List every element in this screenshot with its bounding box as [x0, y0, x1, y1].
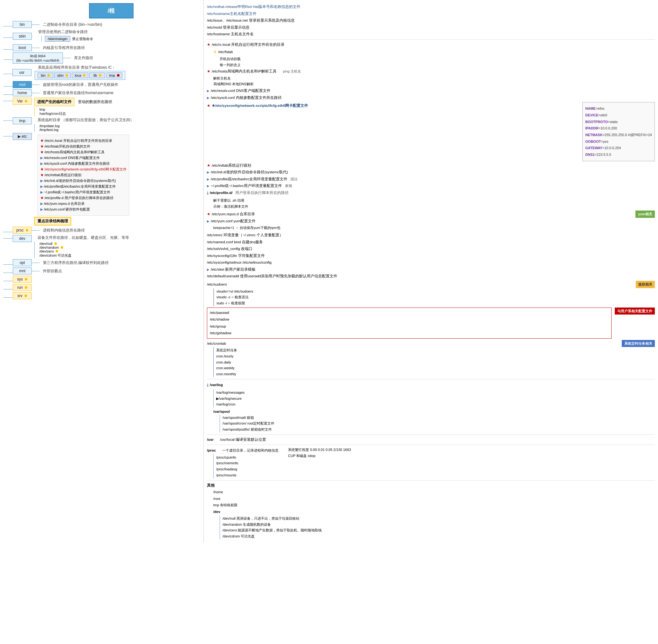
etc-network-scripts: ★ /etc/sysconfig/network-scripts/ifcfg-e…: [40, 167, 126, 172]
tmp-node: tmp: [13, 117, 32, 124]
top-items: /etc/redhat-release申明Red Hat版本号和名称信息的文件 …: [207, 4, 655, 38]
initd-arrow: [207, 169, 210, 176]
i18n-path: /etc/sysconfig/i18n 字符集配置文件: [207, 253, 265, 259]
usr-node: usr: [13, 69, 31, 76]
other-tmp-text: tmp 有特殊权限: [213, 502, 237, 508]
hostname-row1: /etc/hostname主机名配置文件: [207, 11, 655, 17]
yum-conf-row: /etc/yum.conf yum配置文件: [207, 218, 632, 225]
named-conf-path: /etc/named.conf bind 自建dns服务: [207, 239, 263, 246]
resolv-path: /etc/resolv.conf DNS客户端配置文件: [211, 88, 271, 94]
fstab-meaning: 每一列的含义: [220, 62, 241, 68]
proc-loadavg: /proc/loadavg: [216, 466, 279, 472]
usr-tmp: tmp: [107, 72, 122, 78]
profile-global-row: /etc/profile或/etc/bashrc全局环境变量配置文件 国法: [207, 176, 655, 183]
skel-path: /etc/skel 新用户家目录模板: [211, 267, 256, 273]
sudoers-sudo-i: sudo -i ○ 检查权限: [216, 300, 633, 306]
yum-conf-arrow: [207, 218, 210, 225]
cfg-name: NAME=etho: [585, 106, 652, 112]
hosts-sub: 解析主机名 局域网DNS 本地DNS解析: [213, 75, 655, 87]
hosts-resolve: 解析主机名: [213, 75, 655, 82]
skel-row: /etc/skel 新用户家目录模板: [207, 267, 655, 273]
cfg-device: DEVICE=eth0: [585, 112, 652, 118]
etc-profile-global-text: /etc/profile或/etc/bashrc全局环境变量配置文件: [44, 184, 116, 189]
other-root-path: /root: [213, 496, 220, 502]
profile-d-path: /etc/profile.d/: [210, 190, 233, 196]
etc-row: ▶ etc ★ /etc/rc.local 开机自运行程序文件所在的目录 ★ /…: [3, 133, 200, 226]
crontab-monthly: cron.monthly: [216, 371, 618, 377]
opt-node: opt: [13, 259, 32, 266]
usr-row: usr 系统及应用程序所在目录 类似于windows /C： bin sbin …: [3, 65, 200, 80]
bin-label: 二进制命令所在目录 (bin-->usr/bin): [43, 22, 102, 27]
passwd-row: /etc/passwd: [210, 310, 609, 316]
run-node: run: [13, 284, 32, 291]
proc-label-text: /proc: [207, 447, 216, 454]
tiquan-label: 提权相关: [636, 281, 655, 288]
etc-rc-local: ★ /etc/rc.local 开机自运行程序文件所在的目录: [40, 138, 126, 143]
proc-desc: 一个虚目目录... 记录进程和内核信息: [222, 447, 279, 454]
sbin-node: sbin: [13, 33, 32, 40]
usr-loca: loca: [72, 72, 88, 78]
dingshi-badge: 系统定时任务相关: [622, 340, 655, 347]
profile-d-desc1: 用户登录后执行脚本所在的路径: [235, 190, 289, 196]
etc-profile-d-text: /etc/profile.d 用户登录后执行脚本所在的路径: [45, 196, 114, 200]
right-main: /etc/redhat-release申明Red Hat版本号和名称信息的文件 …: [207, 3, 655, 539]
inittab-row: /etc/inittab系统运行级别: [207, 162, 655, 169]
srv-node: srv: [13, 292, 32, 299]
issue-path: /etc/issue、/etc/issue.net 登录前显示系统及内核信息: [207, 18, 295, 24]
selinux-row: /etc/sysconfig/selinux /etc/selinux/conf…: [207, 259, 655, 266]
proc-label-row: /proc 一个虚目目录... 记录进程和内核信息: [207, 447, 279, 454]
dev-cdrom-desc: /dev/cdrom 可访光盘: [222, 533, 655, 539]
sudoers-section: /etc/sudoers visudo==vi /etc/sudoers vis…: [207, 281, 655, 306]
root-user-row: root 超级管理员root的家目录，普通用户无权操作: [3, 81, 200, 88]
cfg-dns1: DNS1=223.5.5.5: [585, 152, 652, 158]
etc-fstab: ★ /etc/fstab开机自动挂载的文件: [40, 144, 126, 149]
var-spool-section: /var/spool /var/spool/mail/ 邮箱 /var/spoo…: [213, 409, 274, 433]
srv-row: srv: [3, 292, 200, 299]
crontab-row: /etc/crontab: [207, 341, 618, 347]
etc-yum-repos: ▶ /etc/yum.repos.d 合库目录: [40, 201, 126, 206]
fstab-path: /etc/fstab: [218, 49, 233, 55]
var-section: /var/log /var/log/messages ▶/var/log/sec…: [207, 381, 655, 433]
etc-yum-repos-text: /etc/yum.repos.d 合库目录: [44, 201, 85, 206]
var-spool-sub: /var/spool/mail/ 邮箱 /var/spool/cron/ roo…: [220, 415, 274, 433]
etc-hosts: ★ /etc/hosts局域网内主机名和IP解析工具: [40, 150, 126, 155]
profile-global-path: /etc/profile或/etc/bashrc全局环境变量配置文件: [211, 176, 287, 183]
bin-node: bin: [13, 21, 32, 28]
dev-random: /dev/random: [40, 246, 129, 249]
usr-label: 系统及应用程序所在目录 类似于windows /C：: [38, 65, 116, 70]
etc-summary-badge: 重点目录结构梳理: [34, 217, 71, 226]
inittab-path: /etc/inittab系统运行级别: [212, 162, 251, 169]
proc-label: 进程和内核信息所在路径: [43, 228, 85, 233]
dev-cdrom: /dev/cdrom 可访光盘: [40, 253, 129, 258]
root-user-node: root: [13, 81, 32, 88]
profile-d-example: 示例：激活机脚本文件: [213, 204, 655, 210]
dev-random-desc: /dev/random 生成随机数的设备: [222, 522, 655, 528]
initd-row: /etc/init.d/老的软件启动命令路径(systemc取代): [207, 169, 655, 176]
ssh-config-row: /etc/ssh/sshd_config 改端口: [207, 246, 655, 252]
profile-d-info: [207, 190, 209, 197]
etc-resolv-text: /etc/resolv.conf DNS客户端配置文件: [44, 156, 100, 160]
var-spool-cron: /var/spool/cron/ root定时配置文件: [222, 420, 274, 427]
proc-cpu-disk: CUP 和磁盘 iotop: [288, 453, 351, 459]
other-home: /home: [213, 489, 655, 495]
profile-d-section: /etc/profile.d/ 用户登录后执行脚本所在的路径 解干需要以 .sh…: [207, 190, 655, 209]
resolv-row: /etc/resolv.conf DNS客户端配置文件: [207, 88, 655, 94]
var-spool-label: /var/spool: [213, 409, 274, 415]
home-node: home: [13, 89, 32, 96]
etc-fstab-text: /etc/fstab开机自动挂载的文件: [45, 144, 90, 149]
dev-label: 设备文件所在路径，比如硬盘、硬盘分区、光驱、等等: [38, 235, 129, 240]
other-label: 其他: [207, 482, 215, 489]
other-home-path: /home: [213, 489, 223, 495]
useradd-path: /etc/default/useradd 使用useradd添加用户时预先加载的…: [207, 273, 337, 279]
sysctl-arrow: [207, 95, 210, 101]
etc-initd-text: /etc/init.d/老的软件启动命令路径(systemc取代): [44, 178, 116, 183]
rc-local-path: /etc/rc.local 开机自运行程序文件祈在的目录: [212, 42, 284, 48]
user-files-badge: 与用户系相关配置文件: [615, 307, 655, 315]
sys-node: sys: [13, 276, 32, 283]
dev-zero: /dev/zero: [40, 249, 129, 253]
other-section: 其他 /home /root tmp 有特殊权限: [207, 482, 655, 539]
rc-local-star: [207, 42, 210, 48]
redhat-release-path: /etc/redhat-release申明Red Hat版本号和名称信息的文件: [207, 4, 300, 10]
dev-null: /dev/null: [40, 242, 129, 246]
other-sub: /home /root tmp 有特殊权限: [213, 489, 655, 508]
